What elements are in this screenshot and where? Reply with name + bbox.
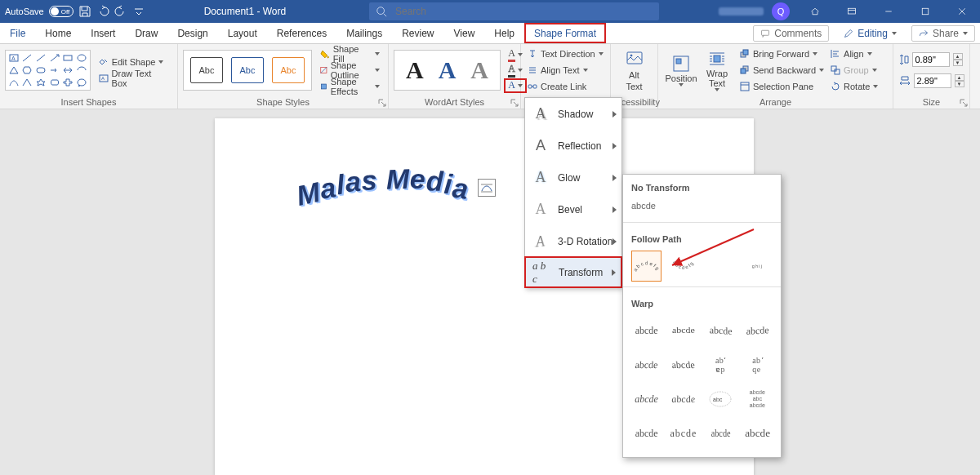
warp-6[interactable]: abcde — [666, 349, 700, 380]
shape-height-field[interactable]: ▲▼ — [899, 52, 964, 67]
warp-10[interactable]: abcde — [666, 384, 702, 415]
shape-width-field[interactable]: ▲▼ — [899, 73, 964, 88]
minimize-button[interactable] — [870, 0, 906, 23]
svg-rect-23 — [741, 69, 746, 73]
wrap-text-button[interactable]: WrapText — [699, 49, 735, 91]
wordart-style-2[interactable]: A — [439, 56, 457, 84]
ribbon-tabs: File Home Insert Draw Design Layout Refe… — [0, 23, 980, 44]
menu-bevel[interactable]: ABevel — [525, 193, 621, 225]
redo-icon[interactable] — [114, 5, 127, 18]
menu-3d-rotation[interactable]: A3-D Rotation — [525, 225, 621, 257]
warp-11[interactable]: abc — [706, 384, 736, 415]
svg-point-7 — [78, 55, 86, 61]
wordart-gallery[interactable]: A A A — [394, 50, 501, 91]
undo-icon[interactable] — [96, 5, 109, 18]
follow-path-arch-down[interactable]: a b c d e f g — [668, 251, 698, 282]
warp-5[interactable]: abcde — [630, 349, 663, 380]
bring-forward-button[interactable]: Bring Forward — [738, 47, 826, 61]
warp-16[interactable]: abcde — [741, 418, 774, 449]
height-up[interactable]: ▲ — [953, 53, 963, 60]
width-down[interactable]: ▼ — [955, 81, 964, 87]
tab-help[interactable]: Help — [484, 23, 524, 43]
ribbon-options-icon[interactable] — [796, 0, 833, 23]
edit-shape-button[interactable]: Edit Shape — [96, 55, 172, 69]
ribbon-display-icon[interactable] — [833, 0, 870, 23]
qat-dropdown-icon[interactable] — [132, 5, 145, 18]
wordart-text[interactable]: Malas Media — [296, 164, 470, 202]
tab-home[interactable]: Home — [35, 23, 81, 43]
height-input[interactable] — [912, 52, 950, 67]
account-avatar[interactable]: Q — [772, 2, 790, 20]
warp-7[interactable]: a b ʻɐ p — [706, 349, 736, 380]
tab-layout[interactable]: Layout — [218, 23, 267, 43]
warp-8[interactable]: a b ʼq e — [742, 349, 773, 380]
warp-4[interactable]: abcde — [742, 314, 773, 347]
position-button[interactable]: Position — [663, 54, 699, 87]
warp-1[interactable]: abcde — [631, 315, 662, 346]
tab-shape-format[interactable]: Shape Format — [524, 23, 606, 43]
tab-review[interactable]: Review — [392, 23, 443, 43]
size-dialog-launcher[interactable] — [960, 97, 968, 105]
warp-2[interactable]: abcde — [668, 317, 698, 344]
wordart-dialog-launcher[interactable] — [510, 97, 519, 105]
shape-effects-button[interactable]: Shape Effects — [317, 79, 383, 94]
text-direction-button[interactable]: Text Direction — [526, 47, 605, 61]
group-wordart-styles: A A A A A A WordArt Styles — [389, 44, 521, 109]
warp-15[interactable]: abcde — [707, 418, 733, 449]
group-label-shape-styles: Shape Styles — [178, 95, 388, 109]
align-button[interactable]: Align — [829, 47, 880, 61]
share-button[interactable]: Share — [911, 25, 975, 42]
draw-text-box-button[interactable]: ADraw Text Box — [96, 71, 172, 86]
tab-file[interactable]: File — [0, 23, 35, 43]
document-canvas[interactable]: Malas Media — [0, 109, 980, 475]
menu-glow[interactable]: AGlow — [525, 162, 621, 193]
align-text-button[interactable]: Align Text — [526, 63, 605, 78]
warp-13[interactable]: abcde — [631, 418, 662, 449]
search-box[interactable] — [369, 2, 659, 20]
rotate-button[interactable]: Rotate — [829, 79, 880, 94]
group-button[interactable]: Group — [829, 63, 880, 78]
height-down[interactable]: ▼ — [953, 60, 963, 66]
follow-path-arch-up[interactable]: a b c d e f g — [631, 251, 662, 282]
close-button[interactable] — [943, 0, 980, 23]
search-input[interactable] — [394, 5, 659, 18]
menu-transform[interactable]: a b cTransform — [524, 256, 622, 288]
wordart-style-1[interactable]: A — [406, 56, 424, 84]
tab-view[interactable]: View — [444, 23, 485, 43]
tab-insert[interactable]: Insert — [81, 23, 125, 43]
warp-9[interactable]: abcde — [631, 384, 662, 415]
warp-14[interactable]: abcde — [668, 418, 698, 449]
shape-styles-dialog-launcher[interactable] — [378, 97, 386, 105]
follow-path-circle[interactable]: a b c d e f g h i j k l m — [706, 251, 736, 282]
warp-12[interactable]: abcdeabcabcde — [742, 384, 773, 415]
comments-button[interactable]: Comments — [753, 25, 829, 42]
tab-mailings[interactable]: Mailings — [336, 23, 392, 43]
editing-mode-button[interactable]: Editing — [837, 25, 903, 42]
send-backward-button[interactable]: Send Backward — [738, 63, 826, 78]
shape-style-2[interactable]: Abc — [231, 57, 264, 83]
shape-style-gallery[interactable]: Abc Abc Abc — [183, 50, 312, 91]
tab-design[interactable]: Design — [167, 23, 217, 43]
maximize-button[interactable] — [906, 0, 943, 23]
tab-references[interactable]: References — [267, 23, 336, 43]
width-up[interactable]: ▲ — [955, 74, 964, 81]
warp-3[interactable]: abcde — [706, 314, 736, 347]
shapes-gallery[interactable]: A — [5, 50, 91, 91]
wordart-style-3[interactable]: A — [470, 56, 488, 84]
follow-path-button[interactable]: a b c d e f g h i j k l m ng h i j — [742, 251, 773, 282]
shape-fill-button[interactable]: Shape Fill — [317, 47, 383, 61]
layout-options-icon[interactable] — [478, 179, 496, 197]
shape-style-3[interactable]: Abc — [272, 57, 305, 83]
create-link-button[interactable]: Create Link — [526, 79, 605, 94]
tab-draw[interactable]: Draw — [125, 23, 167, 43]
alt-text-button[interactable]: AltText — [625, 49, 644, 91]
menu-reflection[interactable]: AReflection — [525, 130, 621, 162]
shape-outline-button[interactable]: Shape Outline — [317, 63, 383, 78]
no-transform-option[interactable]: abcde — [623, 198, 781, 219]
width-input[interactable] — [914, 73, 951, 88]
shape-style-1[interactable]: Abc — [190, 57, 223, 83]
save-icon[interactable] — [78, 5, 91, 18]
selection-pane-button[interactable]: Selection Pane — [738, 79, 826, 94]
autosave-toggle[interactable]: Off — [49, 6, 74, 17]
menu-shadow[interactable]: AShadow — [525, 98, 621, 130]
